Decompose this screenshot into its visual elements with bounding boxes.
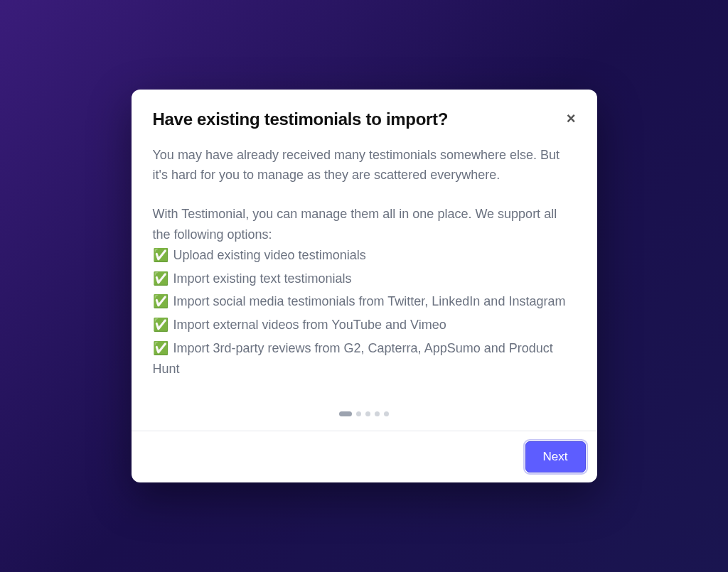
modal-paragraph-1: You may have already received many testi… [153,145,576,186]
close-button[interactable]: × [567,111,576,126]
feature-text: Import external videos from YouTube and … [173,318,446,332]
check-icon: ✅ [153,294,168,308]
feature-item: ✅ Import existing text testimonials [153,269,576,289]
modal-header: Have existing testimonials to import? × [132,90,597,129]
pagination-dot[interactable] [375,411,380,416]
feature-text: Import 3rd-party reviews from G2, Capter… [153,341,553,376]
check-icon: ✅ [153,318,168,332]
feature-list: ✅ Upload existing video testimonials ✅ I… [153,245,576,379]
pagination-dot[interactable] [365,411,370,416]
modal-body: You may have already received many testi… [132,129,597,402]
pagination-dot[interactable] [384,411,389,416]
pagination-dots [132,401,597,431]
feature-item: ✅ Import external videos from YouTube an… [153,315,576,335]
pagination-dot-active[interactable] [339,411,352,416]
import-testimonials-modal: Have existing testimonials to import? × … [132,90,597,483]
feature-text: Import existing text testimonials [173,271,352,286]
check-icon: ✅ [153,271,168,286]
feature-text: Upload existing video testimonials [173,248,366,262]
modal-footer: Next [132,431,597,482]
feature-item: ✅ Upload existing video testimonials [153,245,576,266]
modal-paragraph-2: With Testimonial, you can manage them al… [153,204,576,245]
pagination-dot[interactable] [356,411,361,416]
feature-item: ✅ Import social media testimonials from … [153,291,576,312]
check-icon: ✅ [153,341,168,355]
feature-text: Import social media testimonials from Tw… [173,294,566,308]
feature-item: ✅ Import 3rd-party reviews from G2, Capt… [153,338,576,379]
modal-title: Have existing testimonials to import? [153,109,449,129]
next-button[interactable]: Next [525,441,586,473]
check-icon: ✅ [153,248,168,262]
